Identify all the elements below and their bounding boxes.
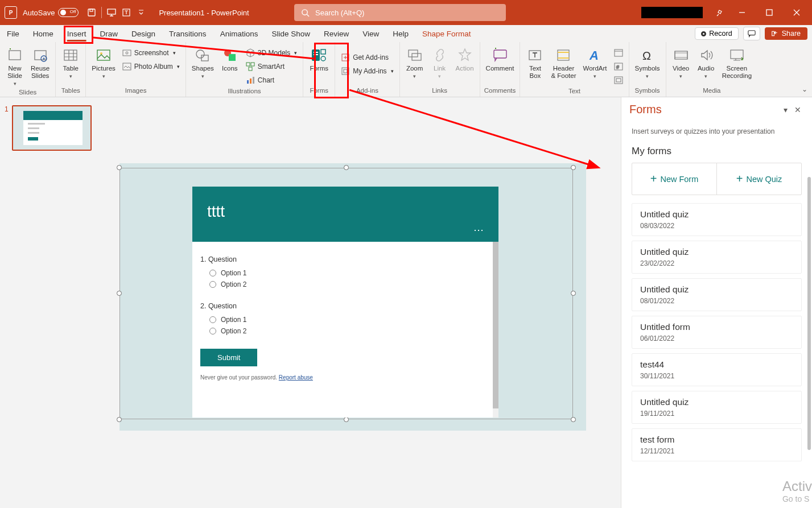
autosave-label: AutoSave xyxy=(23,9,55,17)
tab-review[interactable]: Review xyxy=(317,25,356,42)
pane-close-icon[interactable]: ✕ xyxy=(792,105,804,114)
form-list-item[interactable]: test4430/11/2021 xyxy=(632,353,802,386)
form-list-item[interactable]: Untitled quiz19/11/2021 xyxy=(632,391,802,424)
tab-home[interactable]: Home xyxy=(26,25,60,42)
group-links: Zoom▾ Link▾ Action Links xyxy=(400,42,480,97)
autosave-switch[interactable]: Off xyxy=(58,8,79,17)
resize-handle-tr[interactable] xyxy=(571,165,576,170)
slide-number-button[interactable]: # xyxy=(612,60,625,73)
tab-file[interactable]: File xyxy=(0,25,26,42)
table-icon xyxy=(63,46,79,65)
wordart-button[interactable]: AWordArt▾ xyxy=(581,44,609,80)
link-button[interactable]: Link▾ xyxy=(428,44,451,80)
q2-option-2[interactable]: Option 2 xyxy=(209,327,491,335)
my-addins-button[interactable]: My Add-ins▾ xyxy=(339,65,395,77)
slide-canvas[interactable]: tttt ⋯ 1. Question Option 1 Option 2 2. … xyxy=(109,97,621,508)
tab-design[interactable]: Design xyxy=(125,25,162,42)
form-list-item[interactable]: Untitled quiz23/02/2022 xyxy=(632,241,802,274)
pane-options-icon[interactable]: ▾ xyxy=(779,105,792,114)
new-form-button[interactable]: +New Form xyxy=(632,163,717,195)
comment-button[interactable]: Comment xyxy=(484,44,517,73)
forms-button[interactable]: Forms xyxy=(307,44,331,73)
submit-button[interactable]: Submit xyxy=(200,349,257,366)
resize-handle-mr[interactable] xyxy=(571,291,576,296)
q2-option-1[interactable]: Option 1 xyxy=(209,316,491,324)
customize-qat-icon[interactable] xyxy=(134,5,149,20)
embedded-form[interactable]: tttt ⋯ 1. Question Option 1 Option 2 2. … xyxy=(192,187,498,418)
account-redacted xyxy=(641,7,703,18)
shapes-icon xyxy=(195,46,211,65)
svg-rect-33 xyxy=(342,68,349,75)
plus-icon: + xyxy=(650,172,657,185)
accessibility-icon[interactable] xyxy=(119,5,134,20)
tab-slide-show[interactable]: Slide Show xyxy=(265,25,317,42)
maximize-button[interactable] xyxy=(756,0,782,25)
autosave-toggle[interactable]: AutoSave Off xyxy=(23,8,79,17)
form-menu-icon[interactable]: ⋯ xyxy=(473,224,485,236)
resize-handle-tm[interactable] xyxy=(344,165,349,170)
audio-button[interactable]: Audio▾ xyxy=(695,44,718,80)
q1-option-2[interactable]: Option 2 xyxy=(209,280,491,288)
resize-handle-bl[interactable] xyxy=(117,417,122,422)
zoom-button[interactable]: Zoom▾ xyxy=(403,44,426,80)
report-abuse-link[interactable]: Report abuse xyxy=(279,374,313,381)
tab-shape-format[interactable]: Shape Format xyxy=(415,25,478,42)
slide-thumbnail-1[interactable] xyxy=(12,105,92,151)
smartart-button[interactable]: SmartArt xyxy=(244,60,299,73)
resize-handle-ml[interactable] xyxy=(117,291,122,296)
form-list-item[interactable]: Untitled quiz08/01/2022 xyxy=(632,278,802,311)
resize-handle-br[interactable] xyxy=(571,417,576,422)
svg-rect-18 xyxy=(201,55,208,61)
wordart-icon: A xyxy=(587,46,603,65)
shapes-button[interactable]: Shapes▾ xyxy=(189,44,216,80)
record-button[interactable]: Record xyxy=(695,27,738,40)
pictures-button[interactable]: Pictures▾ xyxy=(89,44,118,80)
get-addins-button[interactable]: Get Add-ins xyxy=(339,51,395,64)
search-box[interactable]: Search (Alt+Q) xyxy=(294,4,506,21)
screen-recording-button[interactable]: Screen Recording xyxy=(720,44,754,81)
form-list-item[interactable]: Untitled quiz08/03/2022 xyxy=(632,203,802,236)
text-box-button[interactable]: Text Box xyxy=(524,44,546,81)
tab-animations[interactable]: Animations xyxy=(213,25,265,42)
minimize-button[interactable] xyxy=(729,0,755,25)
forms-pane-scrollbar[interactable] xyxy=(807,177,811,450)
collapse-ribbon-icon[interactable]: ⌄ xyxy=(802,85,807,93)
svg-rect-16 xyxy=(123,63,131,70)
tab-draw[interactable]: Draw xyxy=(93,25,125,42)
save-icon[interactable] xyxy=(84,5,99,20)
tab-insert[interactable]: Insert xyxy=(60,25,93,42)
date-time-button[interactable] xyxy=(612,47,625,59)
resize-handle-tl[interactable] xyxy=(117,165,122,170)
forms-pane-description: Insert surveys or quizzes into your pres… xyxy=(621,119,812,146)
coming-soon-icon[interactable] xyxy=(713,5,728,20)
svg-point-17 xyxy=(196,50,204,58)
icons-button[interactable]: Icons xyxy=(219,44,241,73)
object-button[interactable] xyxy=(612,74,625,86)
form-list-item[interactable]: test form12/11/2021 xyxy=(632,428,802,461)
reuse-slides-button[interactable]: Reuse Slides xyxy=(28,44,52,81)
icons-icon xyxy=(222,46,238,65)
screenshot-button[interactable]: Screenshot▾ xyxy=(120,47,182,59)
share-button[interactable]: Share xyxy=(765,27,807,40)
video-button[interactable]: Video▾ xyxy=(670,44,693,80)
share-icon xyxy=(772,30,778,37)
search-icon xyxy=(301,9,310,17)
3d-models-button[interactable]: 3D Models▾ xyxy=(244,47,299,59)
photo-album-button[interactable]: Photo Album▾ xyxy=(120,60,182,73)
comments-toggle[interactable] xyxy=(743,27,760,40)
header-footer-button[interactable]: Header & Footer xyxy=(549,44,578,81)
tab-help[interactable]: Help xyxy=(386,25,415,42)
chart-button[interactable]: Chart xyxy=(244,74,299,86)
resize-handle-bm[interactable] xyxy=(344,417,349,422)
table-button[interactable]: Table▾ xyxy=(59,44,82,80)
tab-transitions[interactable]: Transitions xyxy=(162,25,213,42)
new-quiz-button[interactable]: +New Quiz xyxy=(717,163,801,195)
q1-option-1[interactable]: Option 1 xyxy=(209,269,491,277)
close-button[interactable] xyxy=(784,0,810,25)
tab-view[interactable]: View xyxy=(356,25,386,42)
present-from-beginning-icon[interactable] xyxy=(104,5,119,20)
symbols-button[interactable]: ΩSymbols▾ xyxy=(633,44,662,80)
form-list-item[interactable]: Untitled form06/01/2022 xyxy=(632,316,802,349)
new-slide-button[interactable]: New Slide▾ xyxy=(3,44,26,88)
action-button[interactable]: Action xyxy=(454,44,476,73)
